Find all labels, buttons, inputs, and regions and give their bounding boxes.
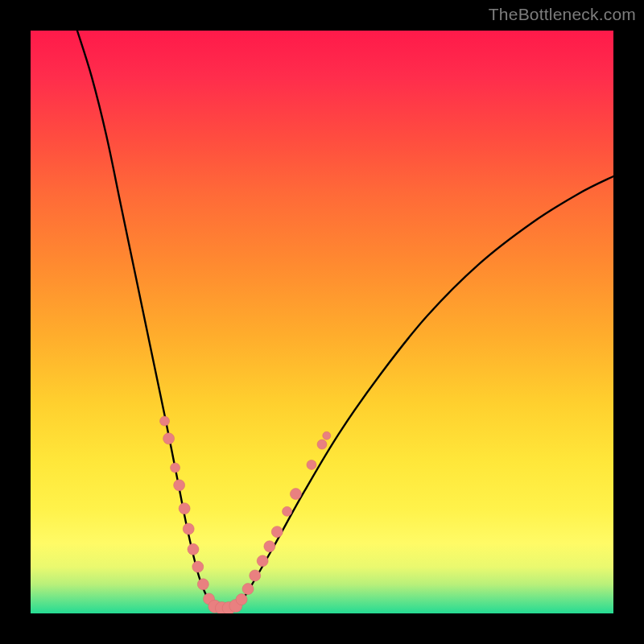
scatter-dot[interactable]: [264, 541, 275, 552]
scatter-dot[interactable]: [179, 503, 190, 514]
scatter-dot[interactable]: [323, 431, 331, 440]
scatter-dot[interactable]: [192, 561, 204, 572]
curve-layer: [77, 31, 613, 610]
watermark-text: TheBottleneck.com: [489, 5, 636, 24]
scatter-layer: [160, 416, 331, 613]
scatter-dot[interactable]: [163, 433, 175, 444]
scatter-dot[interactable]: [307, 460, 316, 469]
scatter-dot[interactable]: [271, 526, 283, 538]
scatter-dot[interactable]: [290, 489, 301, 500]
scatter-dot[interactable]: [160, 416, 170, 426]
scatter-dot[interactable]: [242, 584, 254, 595]
scatter-dot[interactable]: [174, 480, 185, 491]
chart-frame: TheBottleneck.com: [0, 0, 644, 644]
scatter-dot[interactable]: [257, 555, 268, 567]
plot-area: [31, 31, 613, 613]
scatter-dot[interactable]: [188, 543, 199, 555]
scatter-dot[interactable]: [171, 463, 180, 473]
scatter-dot[interactable]: [283, 506, 292, 516]
chart-svg: [31, 31, 613, 613]
scatter-dot[interactable]: [197, 579, 208, 590]
scatter-dot[interactable]: [250, 570, 261, 581]
scatter-dot[interactable]: [236, 594, 247, 605]
bottleneck-curve: [77, 31, 613, 610]
scatter-dot[interactable]: [183, 523, 194, 535]
scatter-dot[interactable]: [317, 440, 327, 449]
